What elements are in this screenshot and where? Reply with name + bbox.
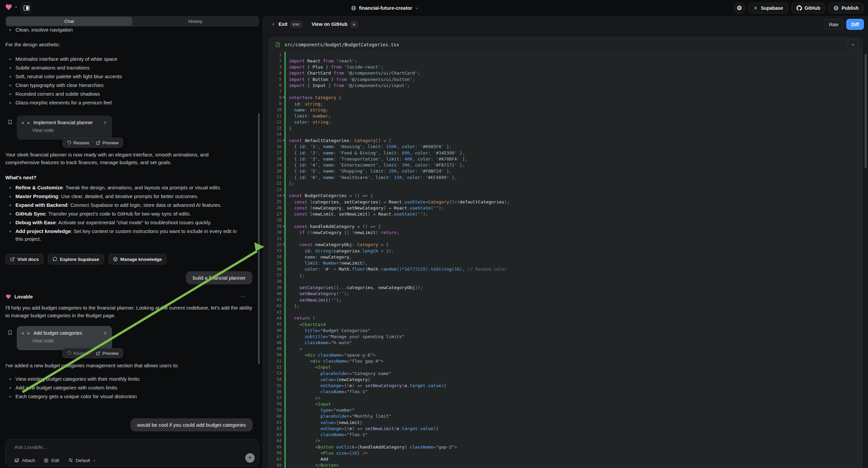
code-line: 60 placeholder="Monthly limit" xyxy=(269,413,862,419)
fold-toggle-icon[interactable] xyxy=(282,226,285,227)
code-line: 29 const handleAddCategory = () => { xyxy=(269,223,862,229)
chat-composer[interactable]: Ask Lovable... Attach Edit Default xyxy=(5,439,259,467)
restore-button[interactable]: Restore xyxy=(64,139,92,147)
visit-docs-button[interactable]: Visit docs xyxy=(5,254,43,265)
line-number: 42 xyxy=(269,303,284,309)
code-line: 52 <Input xyxy=(269,364,862,370)
code-line: 64 /> xyxy=(269,438,862,444)
fold-toggle-icon[interactable] xyxy=(282,195,285,196)
code-line: 63 className="flex-1" xyxy=(269,432,862,438)
line-number: 23 xyxy=(269,187,284,193)
line-number: 55 xyxy=(269,383,284,389)
code-line: 32 const newCategoryObj: Category = { xyxy=(269,242,862,248)
fold-toggle-icon[interactable] xyxy=(282,97,285,98)
line-number: 12 xyxy=(269,119,284,125)
file-path: src/components/budget/BudgetCategories.t… xyxy=(284,42,399,47)
list-item: Master Prompting: Use clear, detailed, a… xyxy=(5,193,240,200)
line-number: 48 xyxy=(269,340,284,346)
line-number: 37 xyxy=(269,272,284,278)
line-number: 35 xyxy=(269,260,284,266)
code-line: 15const defaultCategories: Category[] = … xyxy=(269,138,862,144)
code-line: 4import ChartCard from '@/components/ui/… xyxy=(269,70,862,76)
fold-toggle-icon[interactable] xyxy=(282,140,285,141)
settings-button[interactable]: ⚙ xyxy=(734,3,745,13)
line-number: 27 xyxy=(269,211,284,217)
list-item: Expand with Backend: Connect Supabase to… xyxy=(5,201,240,209)
list-item: Subtle animations and transitions xyxy=(5,64,244,72)
line-number: 41 xyxy=(269,297,284,303)
line-number: 54 xyxy=(269,376,284,382)
tab-history[interactable]: History xyxy=(132,17,258,26)
chat-panel: Chat History Clean, intuitive navigation… xyxy=(0,0,263,468)
raw-toggle-button[interactable]: Raw xyxy=(824,19,844,30)
preview-button[interactable]: Preview xyxy=(93,350,121,357)
list-item: Add project knowledge: Set key context o… xyxy=(5,228,240,243)
edit-mode-button[interactable]: Edit xyxy=(43,458,59,463)
model-selector[interactable]: Default xyxy=(68,458,96,463)
line-number: 2 xyxy=(269,58,284,64)
supabase-button[interactable]: Supabase xyxy=(748,3,788,13)
code-line: 62 onChange={(e) => setNewLimit(e.target… xyxy=(269,426,862,431)
code-line: 47 subtitle="Manage your spending limits… xyxy=(269,334,862,340)
preview-button[interactable]: Preview xyxy=(93,139,121,147)
view-on-github-button[interactable]: View on GitHub G xyxy=(312,21,358,28)
code-line: 49 > xyxy=(269,346,862,352)
line-number: 65 xyxy=(269,444,284,450)
line-number: 34 xyxy=(269,254,284,260)
code-line: 54 value={newCategory} xyxy=(269,376,862,382)
code-line: 12 color: string; xyxy=(269,119,862,125)
line-number: 1 xyxy=(269,52,284,58)
send-button[interactable] xyxy=(245,453,255,463)
target-icon xyxy=(43,458,49,463)
version-card-implement-financial-planner[interactable]: < > Implement financial planner View cod… xyxy=(17,116,112,140)
line-number: 7 xyxy=(269,89,284,95)
code-line: 53 placeholder="Category name" xyxy=(269,370,862,376)
added-bullet-list: View existing budget categories with the… xyxy=(5,375,244,402)
composer-placeholder: Ask Lovable... xyxy=(14,444,254,450)
file-card: src/components/budget/BudgetCategories.t… xyxy=(269,37,863,468)
line-number: 44 xyxy=(269,315,284,321)
manage-knowledge-button[interactable]: Manage knowledge xyxy=(108,254,167,265)
line-number: 22 xyxy=(269,180,284,186)
code-scrollbar[interactable] xyxy=(865,54,867,168)
line-number: 25 xyxy=(269,199,284,205)
collapse-file-button[interactable] xyxy=(847,39,858,50)
tab-chat[interactable]: Chat xyxy=(6,17,132,26)
user-message-bubble: build a financial planner xyxy=(186,271,252,284)
fold-toggle-icon[interactable] xyxy=(282,244,285,245)
view-code-link[interactable]: View code xyxy=(32,127,107,133)
esc-keycap: ESC xyxy=(290,21,302,28)
assistant-paragraph: Your sleek financial planner is now read… xyxy=(5,151,240,166)
diff-toggle-button[interactable]: Diff xyxy=(846,19,864,30)
chevron-right-icon xyxy=(103,331,107,335)
github-button[interactable]: GitHub xyxy=(792,3,826,13)
line-number: 15 xyxy=(269,138,284,144)
message-menu-button[interactable]: ⋯ xyxy=(240,293,246,300)
code-line: 20 { id: '5', name: 'Shopping', limit: 2… xyxy=(269,168,862,174)
publish-button[interactable]: Publish xyxy=(829,3,864,13)
line-number: 38 xyxy=(269,278,284,284)
chat-scrollbar[interactable] xyxy=(258,113,260,364)
code-line: 36 color: '#' + Math.floor(Math.random()… xyxy=(269,266,862,272)
code-line: 16 { id: '1', name: 'Housing', limit: 15… xyxy=(269,144,862,150)
exit-button[interactable]: Exit ESC xyxy=(271,21,302,28)
project-switcher[interactable]: financial-future-creator xyxy=(351,0,419,16)
explore-supabase-button[interactable]: Explore Supabase xyxy=(48,254,104,265)
line-number: 45 xyxy=(269,321,284,327)
attach-button[interactable]: Attach xyxy=(14,458,35,463)
code-viewer-header: Exit ESC View on GitHub G Raw Diff xyxy=(263,17,868,32)
code-line: 65 <Button onClick={handleAddCategory} c… xyxy=(269,444,862,450)
file-header[interactable]: src/components/budget/BudgetCategories.t… xyxy=(269,38,862,52)
view-code-link[interactable]: View code xyxy=(32,338,107,344)
restore-button[interactable]: Restore xyxy=(64,350,92,357)
version-card-add-budget-categories[interactable]: < > Add budget categories View code xyxy=(17,326,112,350)
code-line: 67 Add xyxy=(269,456,862,462)
assistant-name: Lovable xyxy=(14,294,237,299)
line-number: 28 xyxy=(269,217,284,223)
bookmark-icon[interactable] xyxy=(7,119,13,125)
code-lines: 12import React from 'react';3import { Pl… xyxy=(269,52,862,468)
bookmark-icon[interactable] xyxy=(7,329,13,336)
chevron-right-icon xyxy=(103,120,107,125)
code-line: 6import { Input } from '@/components/ui/… xyxy=(269,82,862,88)
line-number: 40 xyxy=(269,291,284,297)
